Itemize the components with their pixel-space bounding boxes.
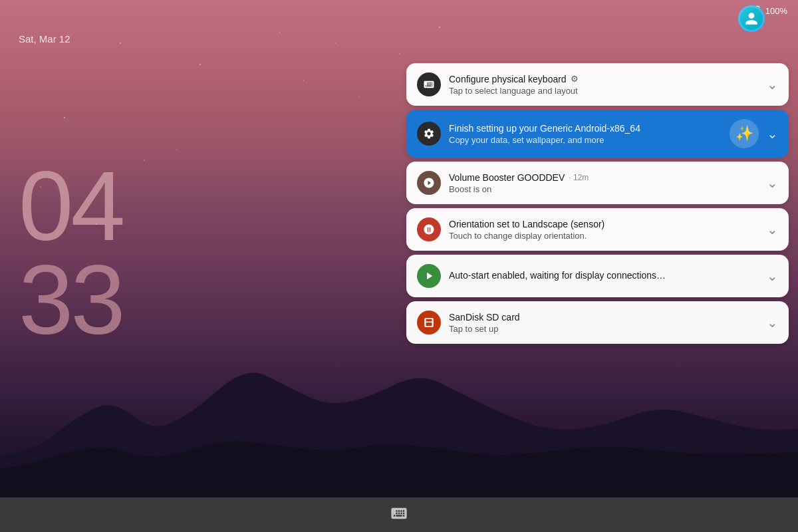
orientation-notif-subtitle: Touch to change display orientation. <box>449 231 759 241</box>
autostart-notif-content: Auto-start enabled, waiting for display … <box>449 270 759 282</box>
chevron-down-icon-sandisk: ⌄ <box>767 315 778 331</box>
keyboard-icon <box>423 78 435 90</box>
chevron-down-icon: ⌄ <box>767 76 778 92</box>
keyboard-notif-title: Configure physical keyboard ⚙ <box>449 74 759 84</box>
keyboard-bottom-icon <box>390 504 408 523</box>
volume-notif-icon <box>417 171 441 195</box>
notification-keyboard[interactable]: Configure physical keyboard ⚙ Tap to sel… <box>406 63 789 106</box>
sandisk-notif-title: SanDisk SD card <box>449 312 759 323</box>
keyboard-notif-icon <box>417 72 441 96</box>
setup-notif-subtitle: Copy your data, set wallpaper, and more <box>449 135 722 145</box>
play-icon <box>423 270 435 282</box>
volume-notif-title: Volume Booster GOODDEV · 12m <box>449 172 759 183</box>
clock-minutes: 33 <box>19 253 123 347</box>
keyboard-notif-subtitle: Tap to select language and layout <box>449 86 759 96</box>
keyboard-notif-content: Configure physical keyboard ⚙ Tap to sel… <box>449 74 759 96</box>
battery-percentage: 100% <box>765 6 787 16</box>
gear-icon: ⚙ <box>571 74 579 84</box>
orientation-notif-content: Orientation set to Landscape (sensor) To… <box>449 219 759 241</box>
volume-notif-subtitle: Boost is on <box>449 184 759 194</box>
autostart-notif-icon <box>417 264 441 288</box>
setup-notif-title: Finish setting up your Generic Android-x… <box>449 123 722 134</box>
autostart-notif-title: Auto-start enabled, waiting for display … <box>449 270 759 281</box>
date-label: Sat, Mar 12 <box>19 33 70 45</box>
setup-notif-content: Finish setting up your Generic Android-x… <box>449 123 722 145</box>
status-bar: 🔋 100% <box>0 0 798 21</box>
chevron-down-icon-autostart: ⌄ <box>767 268 778 284</box>
setup-notif-icon <box>417 122 441 146</box>
block-icon <box>423 223 435 235</box>
sandisk-notif-icon <box>417 311 441 334</box>
storage-icon <box>423 317 435 329</box>
clock-display: 04 33 <box>19 160 123 346</box>
volume-notif-time: · 12m <box>569 173 589 182</box>
orientation-notif-title: Orientation set to Landscape (sensor) <box>449 219 759 229</box>
notification-autostart[interactable]: Auto-start enabled, waiting for display … <box>406 255 789 297</box>
chevron-down-icon-orientation: ⌄ <box>767 221 778 237</box>
chevron-down-icon-setup: ⌄ <box>767 126 778 142</box>
clock-hours: 04 <box>19 160 123 253</box>
settings-icon <box>423 128 435 140</box>
avatar-button[interactable] <box>738 5 765 32</box>
volume-notif-content: Volume Booster GOODDEV · 12m Boost is on <box>449 172 759 194</box>
notification-orientation[interactable]: Orientation set to Landscape (sensor) To… <box>406 208 789 251</box>
camera-icon <box>423 177 435 189</box>
orientation-notif-icon <box>417 217 441 241</box>
user-icon <box>744 11 759 26</box>
notification-setup[interactable]: Finish setting up your Generic Android-x… <box>406 110 789 158</box>
notification-volume[interactable]: Volume Booster GOODDEV · 12m Boost is on… <box>406 162 789 204</box>
date-display: Sat, Mar 12 <box>19 33 70 45</box>
notification-sandisk[interactable]: SanDisk SD card Tap to set up ⌄ <box>406 301 789 344</box>
sandisk-notif-content: SanDisk SD card Tap to set up <box>449 312 759 334</box>
chevron-down-icon-volume: ⌄ <box>767 175 778 191</box>
keyboard-toggle-button[interactable] <box>390 504 408 525</box>
avatar-inner <box>740 7 763 30</box>
notification-panel: Configure physical keyboard ⚙ Tap to sel… <box>406 63 789 344</box>
magic-wand-icon: ✨ <box>730 119 759 148</box>
sandisk-notif-subtitle: Tap to set up <box>449 324 759 334</box>
